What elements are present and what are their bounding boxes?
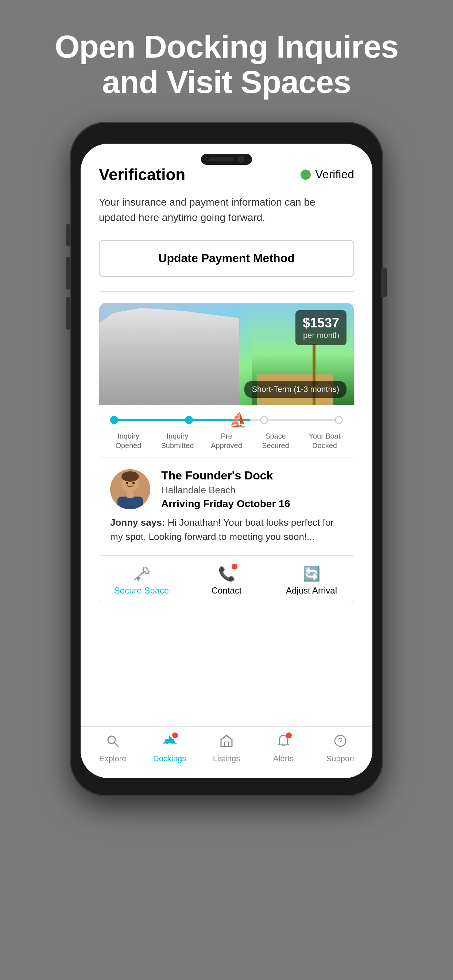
listing-card: $1537 per month Short-Term (1-3 months): [99, 302, 354, 606]
info-text: Your insurance and payment information c…: [99, 195, 354, 225]
speaker: [209, 158, 234, 161]
screen-content: Verification Verified Your insurance and…: [81, 144, 372, 726]
step-label-3: PreApproved: [208, 431, 245, 450]
price-overlay: $1537 per month: [295, 310, 346, 345]
host-info: The Founder's Dock Hallandale Beach Arri…: [161, 469, 343, 510]
explore-label: Explore: [99, 754, 126, 764]
page-header: Open Docking Inquires and Visit Spaces: [0, 0, 453, 115]
support-label: Support: [326, 754, 354, 764]
listing-image: $1537 per month Short-Term (1-3 months): [99, 303, 354, 405]
volume-up-button: [66, 257, 70, 290]
alerts-icon: [276, 734, 290, 751]
progress-step-2: [185, 416, 193, 424]
nav-listings[interactable]: Listings: [198, 734, 255, 764]
progress-step-4: [260, 416, 268, 424]
contact-badge: [231, 564, 238, 570]
host-name: The Founder's Dock: [161, 469, 343, 482]
contact-label: Contact: [212, 585, 242, 596]
phone-frame: Verification Verified Your insurance and…: [70, 122, 383, 796]
progress-labels: InquiryOpened InquirySubmitted PreApprov…: [110, 431, 343, 450]
mute-button: [66, 224, 70, 246]
refresh-icon: 🔄: [303, 566, 320, 582]
dockings-label: Dockings: [153, 754, 186, 764]
host-location: Hallandale Beach: [161, 485, 343, 496]
alerts-badge: [286, 732, 292, 738]
svg-rect-3: [118, 496, 143, 509]
verified-badge: Verified: [301, 168, 354, 181]
listings-label: Listings: [213, 754, 240, 764]
divider: [99, 291, 354, 292]
host-row: The Founder's Dock Hallandale Beach Arri…: [110, 469, 343, 510]
explore-icon: [106, 734, 120, 751]
secure-space-label: Secure Space: [114, 585, 169, 596]
update-payment-button[interactable]: Update Payment Method: [99, 240, 354, 277]
progress-track: ⛵: [110, 416, 343, 424]
price-amount: $1537: [303, 315, 339, 331]
adjust-arrival-button[interactable]: 🔄 Adjust Arrival: [269, 555, 354, 606]
svg-point-5: [126, 482, 128, 484]
phone-screen: Verification Verified Your insurance and…: [81, 144, 372, 778]
progress-step-1: [110, 416, 118, 424]
nav-dockings[interactable]: Dockings: [141, 734, 198, 764]
host-message: Jonny says: Hi Jonathan! Your boat looks…: [110, 515, 343, 544]
nav-support[interactable]: ? Support: [312, 734, 369, 764]
boat-visual: [99, 303, 239, 405]
avatar: [110, 469, 150, 509]
dockings-badge: [172, 732, 178, 738]
support-icon: ?: [333, 734, 347, 751]
svg-point-6: [132, 482, 135, 484]
progress-section: ⛵ InquiryOpened InquirySubmitted PreAppr…: [99, 405, 354, 458]
adjust-arrival-label: Adjust Arrival: [286, 585, 337, 596]
svg-text:?: ?: [338, 736, 343, 745]
term-overlay: Short-Term (1-3 months): [244, 381, 346, 398]
page-title: Open Docking Inquires and Visit Spaces: [29, 29, 424, 100]
svg-point-2: [121, 471, 139, 482]
progress-step-5: [335, 416, 343, 424]
alerts-label: Alerts: [273, 754, 293, 764]
front-camera: [238, 156, 244, 162]
nav-explore[interactable]: Explore: [84, 734, 141, 764]
price-period: per month: [303, 331, 339, 340]
verified-label: Verified: [315, 168, 354, 181]
secure-space-button[interactable]: 🗝️ Secure Space: [99, 555, 184, 606]
nav-alerts[interactable]: Alerts: [255, 734, 312, 764]
svg-rect-10: [225, 742, 228, 746]
host-arrival: Arriving Friday October 16: [161, 498, 343, 510]
phone-notch: [201, 154, 252, 165]
svg-rect-4: [127, 490, 134, 498]
verification-title: Verification: [99, 165, 185, 184]
dockings-icon: [163, 734, 177, 751]
phone-wrapper: Verification Verified Your insurance and…: [70, 122, 383, 796]
verified-dot-icon: [301, 170, 311, 180]
key-icon: 🗝️: [133, 566, 150, 582]
contact-button[interactable]: 📞 Contact: [184, 555, 269, 606]
bottom-nav: Explore: [81, 726, 372, 778]
step-label-5: Your BoatDocked: [306, 431, 343, 450]
boat-icon: ⛵: [229, 411, 247, 428]
volume-down-button: [66, 297, 70, 329]
svg-line-8: [114, 742, 118, 746]
step-label-1: InquiryOpened: [110, 431, 147, 450]
host-section: The Founder's Dock Hallandale Beach Arri…: [99, 458, 354, 555]
step-label-4: SpaceSecured: [257, 431, 294, 450]
message-prefix: Jonny says:: [110, 517, 165, 528]
avatar-svg: [110, 469, 150, 509]
step-label-2: InquirySubmitted: [160, 431, 196, 450]
verification-header: Verification Verified: [99, 165, 354, 184]
listings-icon: [220, 734, 233, 751]
action-row: 🗝️ Secure Space 📞 Contact: [99, 555, 354, 606]
power-button: [381, 267, 387, 297]
